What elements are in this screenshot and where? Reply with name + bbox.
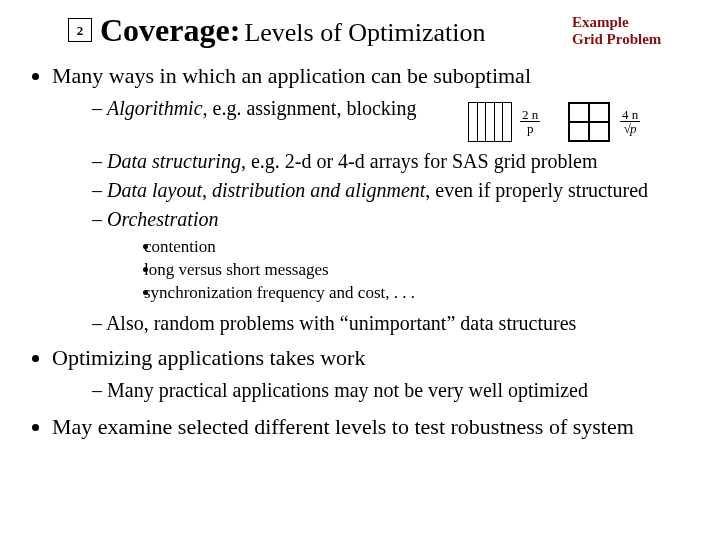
bullet-orchestration: Orchestration contention long versus sho… — [92, 207, 696, 304]
bullet-algorithmic: Algorithmic, e.g. assignment, blocking — [92, 96, 696, 121]
text: , even if properly structured — [425, 179, 648, 201]
bullet-messages: long versus short messages — [160, 259, 696, 280]
bullet-examine-levels: May examine selected different levels to… — [52, 413, 696, 441]
slide: 2 Coverage: Levels of Optimization Examp… — [0, 0, 720, 540]
title-main: Coverage: — [100, 12, 240, 48]
page-number-box: 2 — [68, 18, 92, 42]
page-number: 2 — [77, 24, 84, 37]
text: , e.g. 2-d or 4-d arrays for SAS grid pr… — [241, 150, 598, 172]
bullet-list-l3: contention long versus short messages sy… — [108, 236, 696, 304]
bullet-random-problems: Also, random problems with “unimportant”… — [92, 311, 696, 336]
title-sub: Levels of Optimization — [244, 18, 485, 47]
bullet-practical-apps: Many practical applications may not be v… — [92, 378, 696, 403]
bullet-suboptimal: Many ways in which an application can be… — [52, 62, 696, 336]
em: Orchestration — [107, 208, 218, 230]
text: , e.g. assignment, blocking — [203, 97, 417, 119]
bullet-list-l2c: Many practical applications may not be v… — [52, 378, 696, 403]
bullet-list-l2: Algorithmic, e.g. assignment, blocking — [52, 96, 696, 121]
text: Optimizing applications takes work — [52, 345, 365, 370]
bullet-contention: contention — [160, 236, 696, 257]
em: Data layout, distribution and alignment — [107, 179, 425, 201]
bullet-optimizing-work: Optimizing applications takes work Many … — [52, 344, 696, 403]
bullet-list-l2b: Data structuring, e.g. 2-d or 4-d arrays… — [52, 149, 696, 337]
slide-body: Many ways in which an application can be… — [24, 62, 696, 448]
example-label-line1: Example — [572, 14, 702, 31]
bullet-sync: synchronization frequency and cost, . . … — [160, 282, 696, 303]
example-label-line2: Grid Problem — [572, 31, 702, 48]
example-label: Example Grid Problem — [572, 14, 702, 47]
em: Data structuring — [107, 150, 241, 172]
bullet-list-l1: Many ways in which an application can be… — [24, 62, 696, 440]
bullet-data-structuring: Data structuring, e.g. 2-d or 4-d arrays… — [92, 149, 696, 174]
bullet-data-layout: Data layout, distribution and alignment,… — [92, 178, 696, 203]
text: Many ways in which an application can be… — [52, 63, 531, 88]
em: Algorithmic — [107, 97, 203, 119]
